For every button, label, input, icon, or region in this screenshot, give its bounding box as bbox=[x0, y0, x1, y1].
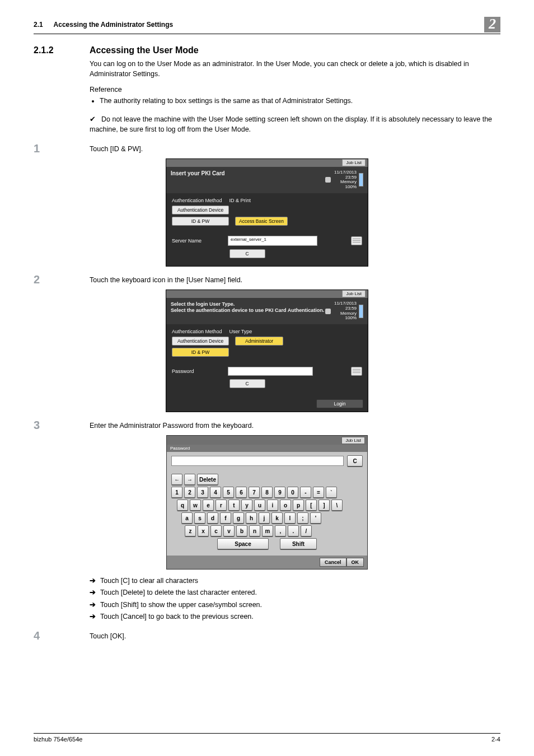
clear-button[interactable]: C bbox=[347, 455, 363, 466]
access-basic-screen-button[interactable]: Access Basic Screen bbox=[235, 217, 288, 226]
key-shift[interactable]: Shift bbox=[280, 538, 317, 549]
key-3[interactable]: 3 bbox=[197, 487, 208, 498]
running-header: 2.1 Accessing the Administrator Settings… bbox=[34, 17, 500, 34]
key-delete[interactable]: Delete bbox=[197, 474, 218, 485]
key-y[interactable]: y bbox=[241, 500, 252, 511]
key-c[interactable]: c bbox=[210, 525, 222, 536]
key-'[interactable]: ' bbox=[310, 512, 321, 524]
key-5[interactable]: 5 bbox=[223, 487, 234, 498]
step-number: 2 bbox=[34, 273, 90, 286]
panel-time: 23:59 bbox=[345, 175, 357, 180]
password-entry-field[interactable] bbox=[171, 456, 344, 466]
key-k[interactable]: k bbox=[271, 512, 283, 524]
key-space[interactable]: Space bbox=[217, 538, 269, 549]
key-1[interactable]: 1 bbox=[171, 487, 182, 498]
key-r[interactable]: r bbox=[216, 500, 227, 511]
ok-button[interactable]: OK bbox=[346, 558, 364, 567]
key-/[interactable]: / bbox=[301, 525, 312, 536]
key-d[interactable]: d bbox=[207, 512, 218, 524]
id-pw-button[interactable]: ID & PW bbox=[172, 217, 229, 226]
memory-gauge-icon bbox=[359, 305, 363, 318]
key-.[interactable]: . bbox=[288, 525, 299, 536]
job-list-button[interactable]: Job List bbox=[342, 159, 366, 166]
key-0[interactable]: 0 bbox=[287, 487, 298, 498]
panel-memory-label: Memory bbox=[340, 179, 357, 184]
key-b[interactable]: b bbox=[236, 525, 247, 536]
login-button[interactable]: Login bbox=[316, 399, 363, 408]
panel-date: 11/17/2013 bbox=[334, 170, 357, 175]
key-9[interactable]: 9 bbox=[274, 487, 285, 498]
id-pw-button[interactable]: ID & PW bbox=[172, 348, 229, 357]
caution-item: Do not leave the machine with the User M… bbox=[90, 114, 500, 134]
administrator-button[interactable]: Administrator bbox=[235, 337, 283, 346]
key-t[interactable]: t bbox=[228, 500, 240, 511]
screenshot-insert-pki: Job List Insert your PKI Card 11/17/2013… bbox=[166, 158, 368, 267]
key-i[interactable]: i bbox=[267, 500, 278, 511]
panel-memory-label: Memory bbox=[340, 311, 357, 316]
key-8[interactable]: 8 bbox=[261, 487, 273, 498]
key-=[interactable]: = bbox=[313, 487, 324, 498]
key-;[interactable]: ; bbox=[297, 512, 308, 524]
password-field[interactable] bbox=[228, 367, 313, 376]
clear-button[interactable]: C bbox=[229, 249, 265, 258]
key-s[interactable]: s bbox=[194, 512, 205, 524]
key-v[interactable]: v bbox=[223, 525, 235, 536]
key-o[interactable]: o bbox=[280, 500, 291, 511]
step-text: Touch [OK]. bbox=[90, 629, 126, 640]
screenshot-select-login: Job List Select the login User Type. Sel… bbox=[166, 290, 368, 412]
key-x[interactable]: x bbox=[198, 525, 209, 536]
key-p[interactable]: p bbox=[293, 500, 304, 511]
auth-device-button[interactable]: Authentication Device bbox=[172, 206, 229, 214]
key-a[interactable]: a bbox=[181, 512, 193, 524]
cancel-button[interactable]: Cancel bbox=[320, 558, 346, 567]
panel-time: 23:59 bbox=[345, 306, 357, 311]
key-j[interactable]: j bbox=[259, 512, 270, 524]
key-q[interactable]: q bbox=[177, 500, 188, 511]
key-right-icon[interactable]: → bbox=[184, 474, 195, 485]
sub-instruction: Touch [C] to clear all characters bbox=[90, 575, 500, 587]
job-list-button[interactable]: Job List bbox=[341, 437, 365, 444]
key-h[interactable]: h bbox=[246, 512, 257, 524]
key-row-1: 1234567890-=` bbox=[171, 487, 363, 498]
server-name-field[interactable]: external_server_1 bbox=[228, 236, 317, 246]
key-n[interactable]: n bbox=[249, 525, 260, 536]
sub-instructions: Touch [C] to clear all characters Touch … bbox=[90, 575, 500, 623]
key-row-2: qwertyuiop[]\ bbox=[171, 500, 363, 511]
key-l[interactable]: l bbox=[284, 512, 296, 524]
intro-paragraph: You can log on to the User Mode as an ad… bbox=[90, 59, 500, 79]
key-u[interactable]: u bbox=[254, 500, 265, 511]
key-[[interactable]: [ bbox=[306, 500, 317, 511]
key-`[interactable]: ` bbox=[326, 487, 337, 498]
caution-list: Do not leave the machine with the User M… bbox=[90, 114, 500, 134]
key-z[interactable]: z bbox=[185, 525, 196, 536]
key-e[interactable]: e bbox=[203, 500, 214, 511]
key-\[interactable]: \ bbox=[331, 500, 343, 511]
key-left-icon[interactable]: ← bbox=[171, 474, 182, 485]
key-m[interactable]: m bbox=[262, 525, 273, 536]
footer-page: 2-4 bbox=[491, 736, 500, 743]
key-4[interactable]: 4 bbox=[210, 487, 221, 498]
key-g[interactable]: g bbox=[233, 512, 244, 524]
page-footer: bizhub 754e/654e 2-4 bbox=[34, 733, 500, 743]
keyboard-icon[interactable] bbox=[351, 236, 362, 245]
key-f[interactable]: f bbox=[220, 512, 231, 524]
panel-memory-pct: 100% bbox=[345, 184, 357, 189]
key-7[interactable]: 7 bbox=[249, 487, 260, 498]
heading-title: Accessing the User Mode bbox=[90, 45, 199, 55]
footer-product: bizhub 754e/654e bbox=[34, 736, 82, 743]
key-6[interactable]: 6 bbox=[236, 487, 247, 498]
key-][interactable]: ] bbox=[318, 500, 330, 511]
key-2[interactable]: 2 bbox=[184, 487, 195, 498]
key--[interactable]: - bbox=[300, 487, 311, 498]
key-row-3: asdfghjkl;' bbox=[171, 512, 363, 524]
step-text: Enter the Administrator Password from th… bbox=[90, 419, 254, 430]
clear-button[interactable]: C bbox=[229, 379, 265, 388]
keyboard-icon[interactable] bbox=[351, 367, 362, 376]
key-w[interactable]: w bbox=[190, 500, 201, 511]
job-list-button[interactable]: Job List bbox=[342, 290, 366, 297]
section-number: 2.1 bbox=[34, 21, 43, 29]
reference-label: Reference bbox=[90, 85, 500, 95]
reference-list: The authority relating to box settings i… bbox=[90, 96, 500, 106]
key-,[interactable]: , bbox=[275, 525, 286, 536]
auth-device-button[interactable]: Authentication Device bbox=[172, 337, 229, 346]
